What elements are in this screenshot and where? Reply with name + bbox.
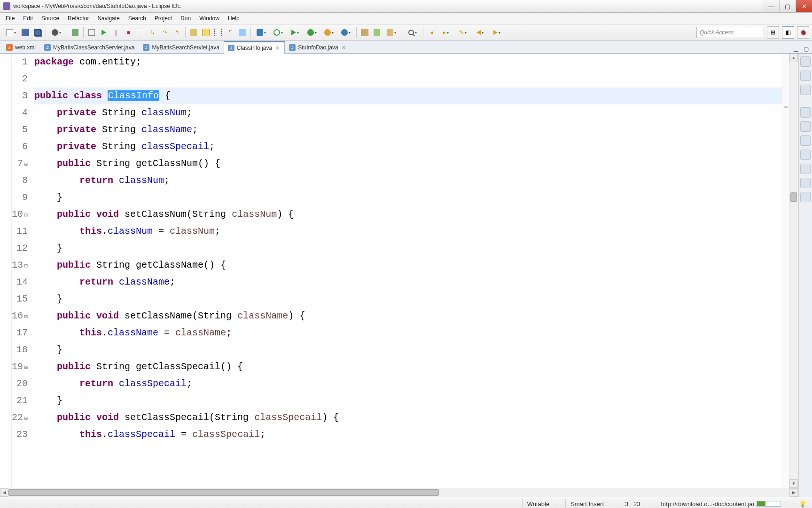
block-selection-button[interactable] bbox=[212, 27, 224, 38]
step-over-button[interactable]: ↷ bbox=[159, 27, 171, 38]
code-line[interactable]: this.classNum = classNum; bbox=[34, 223, 782, 240]
maximize-editor-button[interactable]: ▢ bbox=[802, 45, 810, 53]
breakpoint-button[interactable] bbox=[48, 27, 64, 38]
menu-project[interactable]: Project bbox=[151, 14, 176, 23]
code-line[interactable]: private String classNum; bbox=[34, 104, 782, 121]
code-line[interactable]: } bbox=[34, 240, 782, 257]
menu-source[interactable]: Source bbox=[38, 14, 63, 23]
close-button[interactable]: ✕ bbox=[796, 0, 812, 12]
code-line[interactable]: public String getClassSpecail() { bbox=[34, 358, 782, 375]
javaee-perspective-button[interactable]: ◧ bbox=[782, 26, 794, 39]
editor-tab[interactable]: JMyBatisClassSearchServlet.java bbox=[40, 41, 139, 53]
scroll-up-arrow[interactable]: ▲ bbox=[789, 54, 798, 62]
save-button[interactable] bbox=[20, 27, 31, 38]
code-line[interactable]: public String getClassName() { bbox=[34, 257, 782, 274]
annotation-prev-button[interactable]: ◂ bbox=[426, 27, 437, 38]
code-area[interactable]: package com.entity;public class ClassInf… bbox=[31, 54, 782, 488]
horizontal-scrollbar[interactable]: ◀ ▶ bbox=[0, 488, 798, 497]
mark-occurrence-button[interactable] bbox=[200, 27, 211, 38]
terminate-button[interactable]: ■ bbox=[123, 27, 134, 38]
menu-help[interactable]: Help bbox=[224, 14, 243, 23]
menu-navigate[interactable]: Navigate bbox=[94, 14, 123, 23]
editor-tab[interactable]: JMyBatisSearchServlet.java bbox=[139, 41, 223, 53]
save-all-button[interactable] bbox=[32, 27, 43, 38]
status-tip-icon[interactable]: 💡 bbox=[797, 499, 808, 508]
tab-close-icon[interactable]: ✕ bbox=[274, 45, 281, 51]
editor-tab[interactable]: JClassInfo.java✕ bbox=[224, 41, 285, 54]
code-line[interactable]: package com.entity; bbox=[34, 54, 782, 71]
minimize-button[interactable]: — bbox=[763, 0, 779, 12]
code-line[interactable]: } bbox=[34, 341, 782, 358]
code-line[interactable]: } bbox=[34, 291, 782, 308]
menu-window[interactable]: Window bbox=[195, 14, 223, 23]
annotation-next-button[interactable]: ▸ bbox=[438, 27, 454, 38]
code-line[interactable]: this.classSpecail = classSpecail; bbox=[34, 426, 782, 443]
restore-view-button[interactable] bbox=[800, 56, 811, 67]
data-source-view-button[interactable] bbox=[800, 178, 811, 188]
new-button[interactable] bbox=[3, 27, 19, 38]
debug-perspective-button[interactable]: 🐞 bbox=[797, 26, 809, 39]
resume-button[interactable] bbox=[98, 27, 109, 38]
show-selected-element-button[interactable] bbox=[237, 27, 248, 38]
maximize-button[interactable]: ▢ bbox=[779, 0, 796, 12]
code-line[interactable]: return classSpecail; bbox=[34, 375, 782, 392]
suspend-button[interactable]: ‖ bbox=[110, 27, 122, 38]
code-line[interactable] bbox=[34, 71, 782, 87]
servers-view-button[interactable] bbox=[800, 121, 811, 132]
step-return-button[interactable]: ↰ bbox=[172, 27, 183, 38]
editor-tab[interactable]: JStuInfoDao.java✕ bbox=[285, 41, 351, 53]
code-line[interactable]: } bbox=[34, 392, 782, 409]
external-tools-button[interactable] bbox=[338, 27, 354, 38]
new-server-button[interactable] bbox=[253, 27, 269, 38]
code-line[interactable]: this.className = className; bbox=[34, 325, 782, 341]
skip-breakpoints-button[interactable] bbox=[86, 27, 97, 38]
menu-refactor[interactable]: Refactor bbox=[64, 14, 93, 23]
search-button[interactable] bbox=[405, 27, 421, 38]
code-line[interactable]: public class ClassInfo { bbox=[34, 87, 782, 104]
link-editor-button[interactable] bbox=[188, 27, 199, 38]
code-line[interactable]: public void setClassSpecail(String class… bbox=[34, 409, 782, 426]
forward-button[interactable] bbox=[489, 27, 505, 38]
new-class-button[interactable] bbox=[371, 27, 383, 38]
code-line[interactable]: private String classSpecail; bbox=[34, 138, 782, 155]
open-type-button[interactable] bbox=[383, 27, 399, 38]
run-on-server-button[interactable] bbox=[321, 27, 337, 38]
code-line[interactable]: } bbox=[34, 189, 782, 206]
minimize-editor-button[interactable]: ▁ bbox=[791, 45, 800, 53]
task-list-view-button[interactable] bbox=[800, 85, 811, 95]
code-line[interactable]: public String getClassNum() { bbox=[34, 155, 782, 172]
quick-access-input[interactable]: Quick Access bbox=[696, 27, 764, 38]
vertical-scrollbar[interactable]: ▲ ▼ bbox=[789, 54, 798, 488]
step-into-button[interactable]: ↳ bbox=[147, 27, 158, 38]
toggle-breadcrumb-button[interactable] bbox=[70, 27, 81, 38]
coverage-button[interactable] bbox=[304, 27, 320, 38]
console-view-button[interactable] bbox=[800, 150, 811, 160]
open-perspective-button[interactable]: ⊞ bbox=[767, 26, 779, 39]
outline-view-button[interactable] bbox=[800, 71, 811, 81]
code-line[interactable]: public void setClassNum(String classNum)… bbox=[34, 206, 782, 223]
code-line[interactable]: return classNum; bbox=[34, 172, 782, 189]
back-button[interactable] bbox=[472, 27, 488, 38]
code-line[interactable]: public void setClassName(String classNam… bbox=[34, 308, 782, 325]
code-line[interactable]: private String className; bbox=[34, 121, 782, 138]
menu-run[interactable]: Run bbox=[177, 14, 195, 23]
menu-file[interactable]: File bbox=[2, 14, 18, 23]
tab-close-icon[interactable]: ✕ bbox=[341, 45, 347, 51]
problems-view-button[interactable] bbox=[800, 135, 811, 146]
last-edit-button[interactable]: ✎ bbox=[455, 27, 471, 38]
properties-view-button[interactable] bbox=[800, 164, 811, 174]
restore-view-button-2[interactable] bbox=[800, 107, 811, 118]
disconnect-button[interactable] bbox=[135, 27, 146, 38]
new-package-button[interactable] bbox=[359, 27, 370, 38]
show-whitespace-button[interactable]: ¶ bbox=[225, 27, 236, 38]
menu-edit[interactable]: Edit bbox=[19, 14, 37, 23]
menu-search[interactable]: Search bbox=[125, 14, 150, 23]
horizontal-scroll-thumb[interactable] bbox=[8, 489, 439, 496]
editor-tab[interactable]: xweb.xml bbox=[2, 41, 40, 53]
scroll-left-arrow[interactable]: ◀ bbox=[0, 488, 8, 497]
snippets-view-button[interactable] bbox=[800, 192, 811, 202]
scroll-down-arrow[interactable]: ▼ bbox=[789, 479, 798, 488]
code-line[interactable]: return className; bbox=[34, 274, 782, 291]
vertical-scroll-thumb[interactable] bbox=[790, 192, 797, 202]
scroll-right-arrow[interactable]: ▶ bbox=[789, 488, 798, 497]
